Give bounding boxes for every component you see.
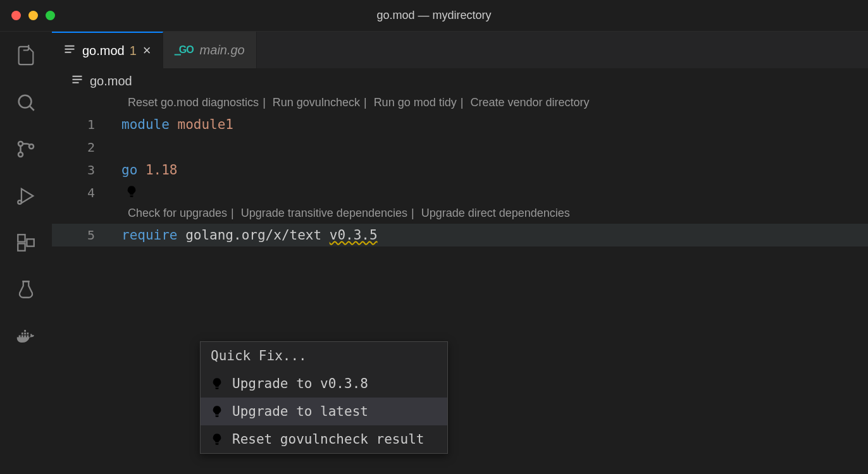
file-icon (71, 73, 84, 89)
tab-main-go[interactable]: GO main.go (163, 32, 257, 68)
tab-label: go.mod (82, 44, 125, 58)
codelens-go-mod-tidy[interactable]: Run go mod tidy (374, 96, 457, 109)
minimize-window-button[interactable] (28, 11, 38, 20)
lightbulb-icon[interactable] (125, 185, 138, 198)
run-debug-icon[interactable] (15, 185, 37, 207)
svg-rect-6 (18, 243, 25, 250)
code-editor[interactable]: Reset go.mod diagnostics| Run govulnchec… (52, 94, 868, 474)
svg-rect-5 (18, 234, 25, 241)
line-number: 4 (52, 185, 121, 200)
line-number: 1 (52, 117, 121, 132)
tab-go-mod[interactable]: go.mod 1 × (52, 32, 163, 68)
maximize-window-button[interactable] (46, 11, 55, 20)
window-title: go.mod — mydirectory (376, 9, 491, 22)
extensions-icon[interactable] (15, 231, 37, 254)
svg-point-1 (18, 142, 23, 146)
docker-icon[interactable] (15, 325, 37, 348)
code-line[interactable]: 1 module module1 (52, 113, 868, 136)
dirty-indicator: 1 (130, 44, 137, 58)
code-line[interactable]: 4 (52, 181, 868, 204)
explorer-icon[interactable] (15, 44, 37, 67)
svg-point-2 (18, 152, 23, 157)
svg-rect-7 (27, 239, 34, 246)
codelens-check-upgrades[interactable]: Check for upgrades (128, 207, 227, 219)
codelens-upgrade-transitive[interactable]: Upgrade transitive dependencies (241, 207, 407, 219)
code-line[interactable]: 5 require golang.org/x/text v0.3.5 (52, 224, 868, 246)
code-line[interactable]: 3 go 1.18 (52, 159, 868, 181)
search-icon[interactable] (15, 91, 37, 114)
editor-tabs: go.mod 1 × GO main.go (52, 32, 868, 68)
svg-point-4 (18, 200, 22, 204)
go-file-icon: GO (175, 44, 194, 56)
codelens-reset-diag[interactable]: Reset go.mod diagnostics (128, 96, 259, 109)
codelens-row-2: Check for upgrades| Upgrade transitive d… (52, 204, 868, 224)
close-tab-icon[interactable]: × (143, 42, 151, 59)
svg-point-3 (29, 144, 34, 149)
line-number: 2 (52, 140, 121, 155)
source-control-icon[interactable] (15, 138, 37, 161)
quickfix-header: Quick Fix... (201, 342, 447, 370)
testing-icon[interactable] (15, 278, 37, 301)
breadcrumb[interactable]: go.mod (52, 68, 868, 94)
window-controls (11, 11, 55, 20)
quickfix-upgrade-latest[interactable]: Upgrade to latest (201, 398, 447, 425)
tab-label: main.go (200, 43, 245, 58)
lightbulb-icon (211, 377, 223, 390)
quickfix-upgrade-specific[interactable]: Upgrade to v0.3.8 (201, 370, 447, 398)
codelens-upgrade-direct[interactable]: Upgrade direct dependencies (421, 207, 570, 219)
quickfix-menu: Quick Fix... Upgrade to v0.3.8 Upgrade t… (200, 341, 448, 454)
close-window-button[interactable] (11, 11, 21, 20)
codelens-vendor[interactable]: Create vendor directory (470, 96, 589, 109)
lightbulb-icon (211, 405, 223, 418)
line-number: 5 (52, 228, 121, 243)
lightbulb-icon (211, 433, 223, 446)
codelens-run-govulncheck[interactable]: Run govulncheck (273, 96, 360, 109)
title-bar: go.mod — mydirectory (0, 0, 868, 32)
svg-point-0 (19, 95, 32, 108)
codelens-row-1: Reset go.mod diagnostics| Run govulnchec… (52, 94, 868, 113)
code-line[interactable]: 2 (52, 136, 868, 159)
file-icon (63, 43, 76, 59)
breadcrumb-label: go.mod (90, 74, 132, 88)
activity-bar (0, 32, 52, 474)
diagnostic-warning: v0.3.5 (330, 228, 378, 243)
line-number: 3 (52, 162, 121, 178)
quickfix-reset-govulncheck[interactable]: Reset govulncheck result (201, 425, 447, 453)
